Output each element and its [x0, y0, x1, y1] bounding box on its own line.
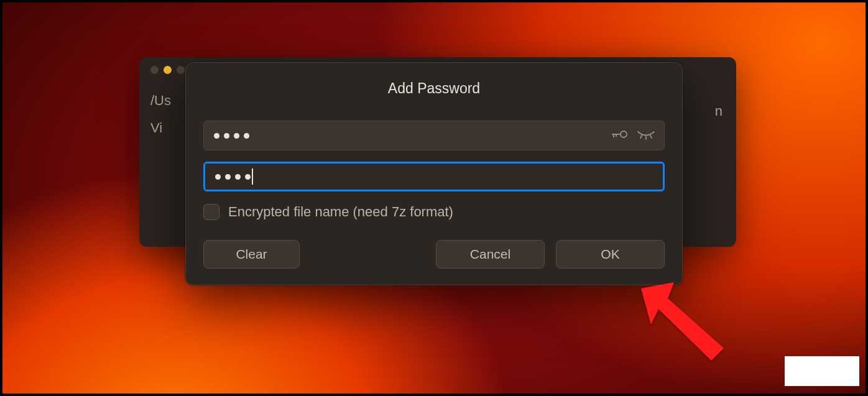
encrypt-filename-checkbox[interactable] [203, 204, 219, 220]
encrypt-filename-label: Encrypted file name (need 7z format) [228, 204, 453, 220]
key-icon[interactable] [611, 129, 628, 142]
parent-trailing-text: n [715, 103, 723, 119]
eye-closed-icon[interactable] [637, 129, 655, 142]
modal-title: Add Password [203, 80, 665, 97]
traffic-zoom-icon[interactable] [177, 66, 185, 74]
text-cursor [252, 168, 253, 185]
confirm-password-input[interactable] [203, 162, 665, 191]
ok-button[interactable]: OK [556, 240, 665, 269]
traffic-minimize-icon[interactable] [164, 66, 172, 74]
password-input[interactable] [203, 121, 665, 150]
svg-line-4 [640, 136, 642, 138]
password-mask [214, 133, 249, 139]
svg-line-6 [650, 136, 652, 138]
watermark [785, 356, 859, 386]
cancel-button[interactable]: Cancel [436, 240, 545, 269]
clear-button[interactable]: Clear [203, 240, 300, 269]
add-password-modal: Add Password [185, 62, 683, 285]
traffic-close-icon[interactable] [150, 66, 159, 74]
svg-point-0 [621, 131, 627, 137]
confirm-password-mask [215, 174, 251, 180]
